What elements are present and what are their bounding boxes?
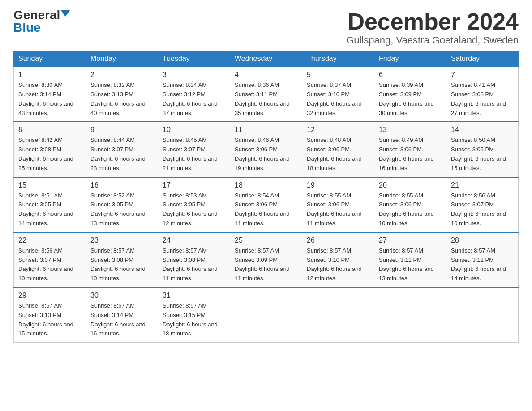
calendar-day-cell: 26 Sunrise: 8:57 AMSunset: 3:10 PMDaylig… [302, 232, 374, 287]
day-info: Sunrise: 8:57 AMSunset: 3:12 PMDaylight:… [451, 247, 506, 282]
weekday-header-sunday: Sunday [14, 51, 86, 67]
weekday-header-wednesday: Wednesday [230, 51, 302, 67]
day-number: 21 [451, 181, 514, 189]
day-number: 29 [18, 291, 81, 300]
day-number: 2 [90, 71, 153, 79]
calendar-day-cell: 13 Sunrise: 8:49 AMSunset: 3:06 PMDaylig… [374, 122, 446, 177]
calendar-day-cell: 31 Sunrise: 8:57 AMSunset: 3:15 PMDaylig… [158, 287, 230, 342]
day-number: 5 [307, 71, 369, 79]
day-info: Sunrise: 8:39 AMSunset: 3:09 PMDaylight:… [379, 81, 434, 116]
day-info: Sunrise: 8:56 AMSunset: 3:07 PMDaylight:… [451, 192, 506, 227]
calendar-day-cell: 4 Sunrise: 8:36 AMSunset: 3:11 PMDayligh… [230, 67, 302, 122]
calendar-day-cell: 9 Sunrise: 8:44 AMSunset: 3:07 PMDayligh… [86, 122, 158, 177]
calendar-day-cell [446, 287, 519, 342]
day-number: 17 [163, 181, 225, 189]
calendar-day-cell: 2 Sunrise: 8:32 AMSunset: 3:13 PMDayligh… [86, 67, 158, 122]
logo-general-text: General [13, 9, 60, 21]
day-number: 3 [163, 71, 225, 79]
day-info: Sunrise: 8:57 AMSunset: 3:09 PMDaylight:… [235, 247, 290, 282]
day-info: Sunrise: 8:42 AMSunset: 3:08 PMDaylight:… [18, 137, 73, 171]
calendar-table: SundayMondayTuesdayWednesdayThursdayFrid… [13, 51, 519, 342]
calendar-week-row: 22 Sunrise: 8:56 AMSunset: 3:07 PMDaylig… [14, 232, 519, 287]
weekday-header-row: SundayMondayTuesdayWednesdayThursdayFrid… [14, 51, 519, 67]
day-number: 12 [307, 126, 369, 134]
day-number: 18 [235, 181, 297, 189]
calendar-day-cell: 19 Sunrise: 8:55 AMSunset: 3:06 PMDaylig… [302, 177, 374, 232]
day-info: Sunrise: 8:46 AMSunset: 3:06 PMDaylight:… [235, 137, 290, 171]
calendar-day-cell: 11 Sunrise: 8:46 AMSunset: 3:06 PMDaylig… [230, 122, 302, 177]
day-info: Sunrise: 8:41 AMSunset: 3:08 PMDaylight:… [451, 81, 506, 116]
day-number: 6 [379, 71, 442, 79]
month-title: December 2024 [346, 9, 519, 34]
day-info: Sunrise: 8:53 AMSunset: 3:05 PMDaylight:… [163, 192, 218, 227]
calendar-day-cell: 17 Sunrise: 8:53 AMSunset: 3:05 PMDaylig… [158, 177, 230, 232]
calendar-day-cell: 25 Sunrise: 8:57 AMSunset: 3:09 PMDaylig… [230, 232, 302, 287]
day-number: 24 [163, 236, 225, 244]
calendar-day-cell: 3 Sunrise: 8:34 AMSunset: 3:12 PMDayligh… [158, 67, 230, 122]
calendar-day-cell: 8 Sunrise: 8:42 AMSunset: 3:08 PMDayligh… [14, 122, 86, 177]
day-number: 31 [163, 291, 225, 300]
day-info: Sunrise: 8:34 AMSunset: 3:12 PMDaylight:… [163, 81, 218, 116]
calendar-day-cell: 21 Sunrise: 8:56 AMSunset: 3:07 PMDaylig… [446, 177, 519, 232]
weekday-header-thursday: Thursday [302, 51, 374, 67]
day-info: Sunrise: 8:56 AMSunset: 3:07 PMDaylight:… [18, 247, 73, 282]
day-number: 10 [163, 126, 225, 134]
day-number: 25 [235, 236, 297, 244]
calendar-day-cell: 16 Sunrise: 8:52 AMSunset: 3:05 PMDaylig… [86, 177, 158, 232]
calendar-day-cell: 7 Sunrise: 8:41 AMSunset: 3:08 PMDayligh… [446, 67, 519, 122]
day-info: Sunrise: 8:57 AMSunset: 3:10 PMDaylight:… [307, 247, 362, 282]
day-info: Sunrise: 8:49 AMSunset: 3:06 PMDaylight:… [379, 137, 434, 171]
day-number: 14 [451, 126, 514, 134]
day-info: Sunrise: 8:55 AMSunset: 3:06 PMDaylight:… [379, 192, 434, 227]
calendar-day-cell: 27 Sunrise: 8:57 AMSunset: 3:11 PMDaylig… [374, 232, 446, 287]
calendar-day-cell: 29 Sunrise: 8:57 AMSunset: 3:13 PMDaylig… [14, 287, 86, 342]
day-number: 16 [90, 181, 153, 189]
calendar-week-row: 1 Sunrise: 8:30 AMSunset: 3:14 PMDayligh… [14, 67, 519, 122]
day-number: 28 [451, 236, 514, 244]
day-info: Sunrise: 8:30 AMSunset: 3:14 PMDaylight:… [18, 81, 73, 116]
day-info: Sunrise: 8:51 AMSunset: 3:05 PMDaylight:… [18, 192, 73, 227]
calendar-day-cell: 12 Sunrise: 8:48 AMSunset: 3:06 PMDaylig… [302, 122, 374, 177]
weekday-header-friday: Friday [374, 51, 446, 67]
calendar-day-cell: 23 Sunrise: 8:57 AMSunset: 3:08 PMDaylig… [86, 232, 158, 287]
page-header: General Blue December 2024 Gullspang, Va… [13, 9, 519, 46]
location-title: Gullspang, Vaestra Goetaland, Sweden [346, 34, 519, 46]
calendar-day-cell [374, 287, 446, 342]
logo: General Blue [13, 9, 70, 34]
calendar-day-cell: 24 Sunrise: 8:57 AMSunset: 3:08 PMDaylig… [158, 232, 230, 287]
calendar-week-row: 15 Sunrise: 8:51 AMSunset: 3:05 PMDaylig… [14, 177, 519, 232]
day-info: Sunrise: 8:52 AMSunset: 3:05 PMDaylight:… [90, 192, 146, 227]
calendar-day-cell: 1 Sunrise: 8:30 AMSunset: 3:14 PMDayligh… [14, 67, 86, 122]
calendar-day-cell: 28 Sunrise: 8:57 AMSunset: 3:12 PMDaylig… [446, 232, 519, 287]
day-info: Sunrise: 8:37 AMSunset: 3:10 PMDaylight:… [307, 81, 362, 116]
day-info: Sunrise: 8:57 AMSunset: 3:15 PMDaylight:… [163, 302, 218, 337]
calendar-day-cell: 15 Sunrise: 8:51 AMSunset: 3:05 PMDaylig… [14, 177, 86, 232]
day-number: 23 [90, 236, 153, 244]
day-info: Sunrise: 8:57 AMSunset: 3:11 PMDaylight:… [379, 247, 434, 282]
day-number: 11 [235, 126, 297, 134]
day-info: Sunrise: 8:45 AMSunset: 3:07 PMDaylight:… [163, 137, 218, 171]
calendar-day-cell [230, 287, 302, 342]
day-number: 20 [379, 181, 442, 189]
day-number: 15 [18, 181, 81, 189]
day-number: 26 [307, 236, 369, 244]
day-number: 30 [90, 291, 153, 300]
day-info: Sunrise: 8:48 AMSunset: 3:06 PMDaylight:… [307, 137, 362, 171]
weekday-header-tuesday: Tuesday [158, 51, 230, 67]
day-number: 9 [90, 126, 153, 134]
day-number: 19 [307, 181, 369, 189]
calendar-day-cell: 6 Sunrise: 8:39 AMSunset: 3:09 PMDayligh… [374, 67, 446, 122]
day-info: Sunrise: 8:55 AMSunset: 3:06 PMDaylight:… [307, 192, 362, 227]
day-info: Sunrise: 8:57 AMSunset: 3:08 PMDaylight:… [90, 247, 146, 282]
day-info: Sunrise: 8:57 AMSunset: 3:08 PMDaylight:… [163, 247, 218, 282]
day-number: 8 [18, 126, 81, 134]
calendar-day-cell: 22 Sunrise: 8:56 AMSunset: 3:07 PMDaylig… [14, 232, 86, 287]
day-number: 27 [379, 236, 442, 244]
day-info: Sunrise: 8:57 AMSunset: 3:14 PMDaylight:… [90, 302, 146, 337]
day-info: Sunrise: 8:54 AMSunset: 3:06 PMDaylight:… [235, 192, 290, 227]
day-info: Sunrise: 8:36 AMSunset: 3:11 PMDaylight:… [235, 81, 290, 116]
calendar-day-cell [302, 287, 374, 342]
title-block: December 2024 Gullspang, Vaestra Goetala… [346, 9, 519, 46]
day-number: 22 [18, 236, 81, 244]
calendar-day-cell: 5 Sunrise: 8:37 AMSunset: 3:10 PMDayligh… [302, 67, 374, 122]
